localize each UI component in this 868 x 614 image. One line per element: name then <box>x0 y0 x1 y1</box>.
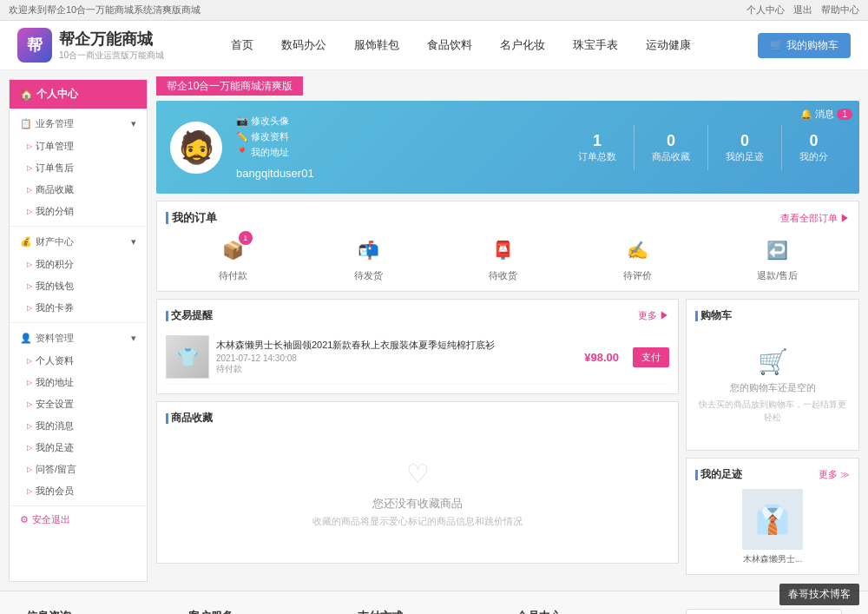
sidebar-profile-label: 资料管理 <box>36 332 74 345</box>
sidebar-item-label: 我的会员 <box>36 485 74 498</box>
trans-info: 木林森懒男士长袖圆领2021新款春秋上衣服装体夏季短纯棉打底衫 2021-07-… <box>216 339 577 375</box>
trans-thumb-img: 👕 <box>167 336 208 378</box>
avatar: 🧔 <box>170 122 222 174</box>
footer-top: 信息咨询 关于Bangqishop 联系我们 招聘英才 合作与洽谈 客户服务 如… <box>26 609 842 614</box>
avatar-area: 🧔 <box>170 122 222 174</box>
cart-box: 购物车 🛒 您的购物车还是空的 快去买的商品放到购物车，一起结算更轻松 <box>686 299 859 451</box>
cart-header: 购物车 <box>695 308 850 323</box>
stat-footprint[interactable]: 0 我的足迹 <box>708 125 782 170</box>
sidebar-item-security[interactable]: 安全设置 <box>10 393 147 415</box>
header: 帮 帮企万能商城 10合一商业运营版万能商城 首页 数码办公 服饰鞋包 食品饮料… <box>0 21 868 70</box>
watermark: 春哥技术博客 <box>779 584 859 605</box>
profile-stats: 1 订单总数 0 商品收藏 0 我的足迹 0 我的分 <box>561 125 845 170</box>
footer-hotline: 全国免费服务热线电话 30-88888888 在线咨询 QR <box>686 609 842 614</box>
notification-area: 🔔 消息 1 <box>800 108 852 121</box>
top-bar: 欢迎来到帮企10合一万能商城系统清爽版商城 个人中心 退出 帮助中心 <box>0 0 868 21</box>
sidebar-profile-title[interactable]: 👤 资料管理 ▾ <box>10 327 147 350</box>
content-area: 帮企10合一万能商城清爽版 🧔 📷 修改头像 ✏️ 修改资料 📍 <box>148 79 859 582</box>
sidebar-finance-title[interactable]: 💰 财产中心 ▾ <box>10 230 147 254</box>
favorites-empty-desc: 收藏的商品将显示爱心标记的商品信息和跳价情况 <box>166 515 669 528</box>
footprint-item[interactable]: 👔 木林森懒男士... <box>695 489 850 565</box>
edit-avatar-link[interactable]: 📷 修改头像 <box>236 115 314 128</box>
favorites-empty: ♡ 您还没有收藏商品 收藏的商品将显示爱心标记的商品信息和跳价情况 <box>166 432 669 554</box>
view-all-orders[interactable]: 查看全部订单 ▶ <box>780 212 850 225</box>
trans-product-name: 木林森懒男士长袖圆领2021新款春秋上衣服装体夏季短纯棉打底衫 <box>216 339 577 352</box>
chevron-icon: ▾ <box>131 118 136 129</box>
trans-price: ¥98.00 <box>584 351 619 364</box>
nav-jewelry[interactable]: 珠宝手表 <box>559 30 632 60</box>
logout-link[interactable]: 退出 <box>793 3 812 17</box>
pending-receive-label: 待收货 <box>487 269 518 282</box>
refund-icon: ↩️ <box>762 234 793 266</box>
footprint-more[interactable]: 更多 ≫ <box>819 468 850 481</box>
sidebar-exit[interactable]: ⚙ 安全退出 <box>10 506 147 533</box>
sidebar-item-points[interactable]: 我的积分 <box>10 254 147 275</box>
address-label: 我的地址 <box>251 146 289 159</box>
pending-receive-icon: 📮 <box>487 234 518 266</box>
order-step-pending-receive[interactable]: 📮 待收货 <box>487 234 518 282</box>
page-title: 帮企10合一万能商城清爽版 <box>156 79 859 94</box>
order-step-pending-review[interactable]: ✍️ 待评价 <box>622 234 654 282</box>
order-step-pending-ship[interactable]: 📬 待发货 <box>352 234 384 282</box>
sidebar-business-title[interactable]: 📋 业务管理 ▾ <box>10 112 147 135</box>
sidebar-title: 🏠 个人中心 <box>10 80 147 109</box>
edit-info-link[interactable]: ✏️ 修改资料 <box>236 130 314 143</box>
pending-review-label: 待评价 <box>622 269 654 282</box>
nav-sports[interactable]: 运动健康 <box>632 30 705 60</box>
sidebar-section-business: 📋 业务管理 ▾ 订单管理 订单售后 商品收藏 我的分销 <box>10 109 147 227</box>
nav-digital[interactable]: 数码办公 <box>267 30 340 60</box>
sidebar-item-coupon[interactable]: 我的卡券 <box>10 297 147 319</box>
sidebar-item-personal[interactable]: 个人资料 <box>10 350 147 372</box>
trans-more-link[interactable]: 更多 ▶ <box>638 309 669 322</box>
sidebar-item-order-aftersale[interactable]: 订单售后 <box>10 157 147 179</box>
stat-favorites-number: 0 <box>652 132 690 150</box>
sidebar-item-label: 订单管理 <box>36 140 74 153</box>
order-step-refund[interactable]: ↩️ 退款/售后 <box>757 234 798 282</box>
stat-orders[interactable]: 1 订单总数 <box>561 125 635 170</box>
sidebar-item-label: 商品收藏 <box>36 183 74 196</box>
username-display: bangqitduser01 <box>236 167 314 180</box>
nav-cosmetics[interactable]: 名户化妆 <box>486 30 559 60</box>
cart-label: 我的购物车 <box>786 38 838 53</box>
pending-ship-icon: 📬 <box>352 234 384 266</box>
favorites-header: 商品收藏 <box>166 411 669 426</box>
help-link[interactable]: 帮助中心 <box>821 3 859 17</box>
orders-header: 我的订单 查看全部订单 ▶ <box>166 210 850 226</box>
sidebar-item-address[interactable]: 我的地址 <box>10 372 147 393</box>
col-main: 交易提醒 更多 ▶ 👕 木林森懒男士长袖圆领2021新款春秋上衣服装体夏季短纯棉… <box>156 299 679 575</box>
sidebar-item-order-manage[interactable]: 订单管理 <box>10 135 147 157</box>
personal-center-link[interactable]: 个人中心 <box>746 3 785 17</box>
sidebar-item-wallet[interactable]: 我的钱包 <box>10 275 147 297</box>
nav-food[interactable]: 食品饮料 <box>413 30 486 60</box>
chevron-icon-3: ▾ <box>131 333 136 344</box>
pending-pay-badge: 1 <box>239 231 253 245</box>
sidebar-item-messages[interactable]: 我的消息 <box>10 415 147 437</box>
refund-label: 退款/售后 <box>757 269 798 282</box>
sidebar-item-label: 个人资料 <box>36 354 74 367</box>
footer: 信息咨询 关于Bangqishop 联系我们 招聘英才 合作与洽谈 客户服务 如… <box>0 591 868 614</box>
order-step-pending-pay[interactable]: 📦 1 待付款 <box>218 234 249 282</box>
stat-points[interactable]: 0 我的分 <box>782 125 845 170</box>
orders-section: 我的订单 查看全部订单 ▶ 📦 1 待付款 📬 待发货 📮 <box>156 201 859 292</box>
nav-fashion[interactable]: 服饰鞋包 <box>340 30 413 60</box>
sidebar-item-qa[interactable]: 问答/留言 <box>10 459 147 480</box>
edit-icon: ✏️ <box>236 131 248 142</box>
footprint-thumb-img: 👔 <box>742 489 803 550</box>
transaction-item: 👕 木林森懒男士长袖圆领2021新款春秋上衣服装体夏季短纯棉打底衫 2021-0… <box>166 330 669 385</box>
trans-thumbnail: 👕 <box>166 335 209 379</box>
logo-area: 帮 帮企万能商城 10合一商业运营版万能商城 <box>17 28 164 63</box>
cart-button[interactable]: 🛒 我的购物车 <box>758 33 851 58</box>
pay-button[interactable]: 支付 <box>633 347 669 367</box>
sidebar-item-footprint[interactable]: 我的足迹 <box>10 437 147 459</box>
nav-home[interactable]: 首页 <box>217 30 267 60</box>
sidebar-item-distribution[interactable]: 我的分销 <box>10 201 147 222</box>
favorites-box: 商品收藏 ♡ 您还没有收藏商品 收藏的商品将显示爱心标记的商品信息和跳价情况 <box>156 401 679 564</box>
stat-favorites[interactable]: 0 商品收藏 <box>635 125 708 170</box>
orders-title: 我的订单 <box>166 210 217 226</box>
address-link[interactable]: 📍 我的地址 <box>236 146 314 159</box>
sidebar-item-favorites[interactable]: 商品收藏 <box>10 179 147 201</box>
sidebar-section-profile: 👤 资料管理 ▾ 个人资料 我的地址 安全设置 我的消息 我的足迹 问答/留言 <box>10 323 147 506</box>
sidebar-item-label: 我的卡券 <box>36 301 74 314</box>
sidebar-item-membership[interactable]: 我的会员 <box>10 480 147 502</box>
sidebar-business-label: 业务管理 <box>36 117 74 130</box>
